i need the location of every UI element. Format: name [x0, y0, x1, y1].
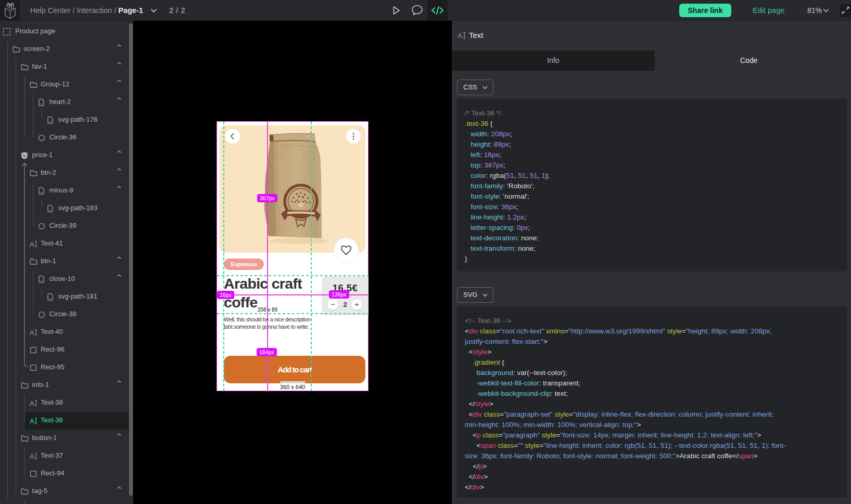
- svg-text:A: A: [458, 32, 462, 40]
- svg-text:A: A: [30, 240, 34, 248]
- svg-text:A: A: [30, 453, 34, 460]
- svg-text:A: A: [30, 329, 34, 337]
- svg-text:A: A: [30, 417, 34, 425]
- svg-text:A: A: [30, 399, 34, 407]
